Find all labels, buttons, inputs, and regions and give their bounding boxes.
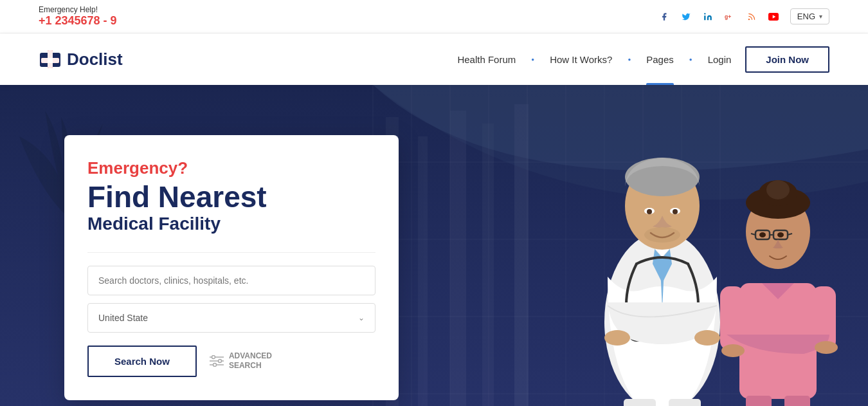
svg-rect-66: [746, 396, 772, 406]
nav-how-it-works-label: How It Works?: [550, 54, 612, 65]
search-panel: Emergency? Find Nearest Medical Facility…: [64, 135, 399, 400]
divider: [87, 252, 375, 253]
facebook-icon[interactable]: [658, 10, 671, 23]
svg-point-43: [673, 209, 678, 214]
hero-content: Emergency? Find Nearest Medical Facility…: [0, 85, 868, 406]
google-plus-icon[interactable]: g+: [723, 10, 736, 23]
social-icons: g+: [658, 10, 780, 23]
rss-icon[interactable]: [745, 10, 758, 23]
emergency-phone[interactable]: +1 2345678 - 9: [39, 14, 117, 28]
location-arrow-icon: ⌄: [358, 313, 365, 322]
svg-point-44: [644, 227, 680, 243]
nav-health-forum[interactable]: Health Forum: [447, 33, 526, 85]
language-selector[interactable]: ENG ▾: [790, 8, 829, 24]
emergency-heading: Emergency?: [87, 158, 375, 178]
svg-text:g+: g+: [725, 14, 731, 20]
twitter-icon[interactable]: [680, 10, 692, 23]
emergency-info: Emergency Help! +1 2345678 - 9: [39, 5, 117, 28]
advanced-search-icon: [210, 355, 224, 367]
lang-arrow-icon: ▾: [819, 13, 822, 20]
svg-rect-48: [624, 399, 656, 406]
nav-pages-label: Pages: [646, 54, 674, 65]
svg-point-64: [721, 344, 745, 357]
nav-links: Health Forum ● How It Works? ● Pages ● L…: [447, 33, 829, 85]
svg-point-35: [213, 364, 216, 367]
svg-point-63: [777, 232, 784, 237]
nav-health-forum-label: Health Forum: [457, 54, 516, 65]
svg-rect-67: [784, 396, 810, 406]
linkedin-icon[interactable]: [701, 10, 714, 23]
nav-login[interactable]: Login: [698, 33, 742, 85]
logo-text: Doclist: [67, 50, 123, 69]
nav-login-label: Login: [708, 54, 732, 65]
search-now-button[interactable]: Search Now: [87, 346, 197, 377]
hero-subtitle: Medical Facility: [87, 214, 375, 234]
svg-rect-49: [669, 399, 701, 406]
svg-point-65: [815, 341, 838, 354]
nav-pages[interactable]: Pages: [636, 33, 684, 85]
svg-rect-9: [41, 58, 59, 63]
advanced-search[interactable]: ADVANCEDSEARCH: [210, 351, 272, 371]
doctors-image-area: [450, 116, 868, 406]
youtube-icon[interactable]: [767, 10, 780, 23]
svg-point-42: [647, 209, 652, 214]
nurse-female-figure: [701, 154, 855, 406]
svg-point-2: [748, 19, 749, 19]
nav-how-it-works[interactable]: How It Works?: [539, 33, 622, 85]
advanced-search-label: ADVANCEDSEARCH: [229, 351, 272, 371]
location-value: United State: [98, 313, 148, 323]
svg-point-31: [212, 356, 215, 359]
top-bar-right: g+ ENG ▾: [658, 8, 829, 24]
top-bar: Emergency Help! +1 2345678 - 9 g+: [0, 0, 868, 33]
search-input-wrap[interactable]: [87, 266, 375, 295]
nav-dot-2: ●: [628, 57, 631, 62]
emergency-label: Emergency Help!: [39, 5, 117, 14]
logo[interactable]: Doclist: [39, 48, 123, 71]
search-actions: Search Now ADVANCEDSEARCH: [87, 346, 375, 377]
svg-point-46: [604, 330, 630, 346]
lang-value: ENG: [797, 12, 815, 21]
nav-dot-3: ●: [689, 57, 692, 62]
svg-point-0: [704, 13, 705, 14]
join-now-button[interactable]: Join Now: [745, 46, 829, 73]
svg-point-56: [766, 180, 790, 199]
location-select[interactable]: United State ⌄: [87, 303, 375, 333]
logo-icon: [39, 48, 62, 71]
hero-title: Find Nearest: [87, 181, 375, 214]
svg-point-62: [759, 232, 766, 237]
hero-section: Emergency? Find Nearest Medical Facility…: [0, 85, 868, 406]
nav-dot-1: ●: [531, 57, 534, 62]
navbar: Doclist Health Forum ● How It Works? ● P…: [0, 33, 868, 85]
svg-point-33: [218, 360, 221, 363]
search-input[interactable]: [98, 275, 365, 286]
